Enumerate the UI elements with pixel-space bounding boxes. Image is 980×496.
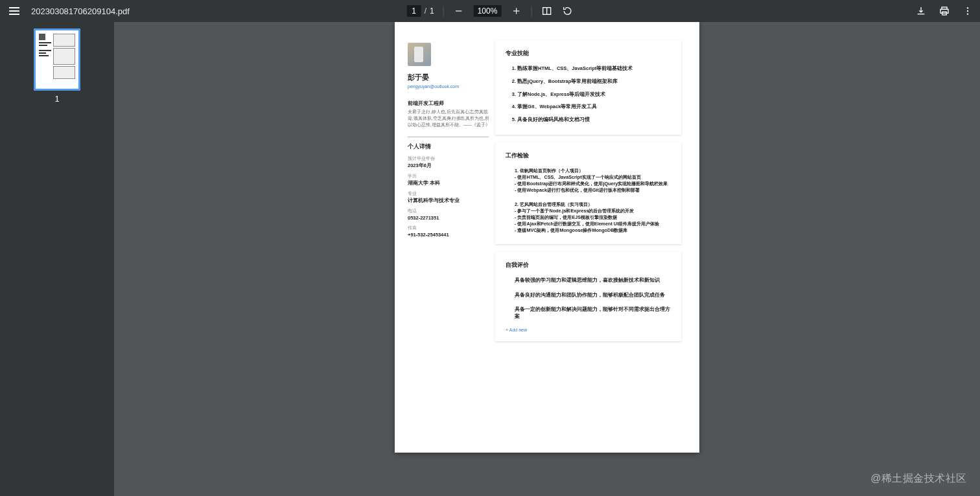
exp-line: - 使用HTML、CSS、JavaScript实现了一个响应式的网站首页 <box>515 174 671 181</box>
thumbnail-sidebar: 1 <box>0 22 114 496</box>
svg-point-11 <box>967 13 968 14</box>
major-label: 专业 <box>408 191 490 197</box>
major-value: 计算机科学与技术专业 <box>408 197 490 204</box>
zoom-in-button[interactable] <box>510 5 522 17</box>
svg-point-9 <box>967 7 968 8</box>
list-item: 具备一定的创新能力和解决问题能力，能够针对不同需求提出合理方案 <box>506 306 671 320</box>
exp-line: - 使用Bootstrap进行布局和样式美化，使用jQuery实现轮播图和导航栏… <box>515 181 671 187</box>
page-thumbnail[interactable] <box>34 28 80 91</box>
svg-point-10 <box>967 10 968 12</box>
download-button[interactable] <box>915 5 927 17</box>
resume-name: 彭于晏 <box>408 73 490 82</box>
job-title: 前端开发工程师 <box>408 100 490 107</box>
svg-rect-7 <box>940 9 948 13</box>
divider <box>443 6 444 16</box>
exp-line: - 参与了一个基于Node.js和Express的后台管理系统的开发 <box>515 208 671 214</box>
fit-page-button[interactable] <box>541 5 552 17</box>
list-item: 了解Node.js、Express等后端开发技术 <box>517 91 671 98</box>
fax-label: 传真 <box>408 225 490 231</box>
grad-label: 预计毕业年份 <box>408 156 490 162</box>
page-total: 1 <box>430 6 434 16</box>
pdf-toolbar: 20230308170620​9104.pdf / 1 100% <box>0 0 980 22</box>
grad-value: 2023年6月 <box>408 163 490 169</box>
list-item: 具备良好的编码风格和文档习惯 <box>517 117 671 123</box>
list-item: 具备良好的沟通能力和团队协作能力，能够积极配合团队完成任务 <box>506 292 671 299</box>
experience-card: 工作检验 1. 依帆网站首页制作（个人项目） - 使用HTML、CSS、Java… <box>495 142 681 245</box>
resume-email: pengyuyan@outlook.com <box>408 84 490 89</box>
menu-icon[interactable] <box>6 5 22 17</box>
divider <box>531 6 531 16</box>
list-item: 熟悉jQuery、Bootstrap等常用前端框架和库 <box>517 78 671 85</box>
exp-title: 工作检验 <box>506 152 671 160</box>
avatar <box>408 43 431 66</box>
phone-label: 电话 <box>408 209 490 214</box>
list-item: 熟练掌握HTML、CSS、JavaScript等前端基础技术 <box>517 65 671 72</box>
svg-rect-5 <box>918 14 925 14</box>
svg-rect-0 <box>456 10 461 11</box>
zoom-level[interactable]: 100% <box>474 5 502 17</box>
svg-rect-2 <box>516 8 517 14</box>
list-item: 具备较强的学习能力和逻辑思维能力，喜欢接触新技术和新知识 <box>506 277 671 284</box>
evaluation-card: 自我评价 具备较强的学习能力和逻辑思维能力，喜欢接触新技术和新知识 具备良好的沟… <box>495 252 681 341</box>
exp-item-title: 2. 艺风网站后台管理系统（实习项目） <box>515 201 671 208</box>
more-menu-button[interactable] <box>962 5 974 17</box>
motto: 夫君子之行,静人也,后先百其心志,劳其筋骨,饿其体肤,空乏其身,行拂乱其所为也,… <box>408 109 490 128</box>
school-label: 学历 <box>408 174 490 179</box>
svg-rect-4 <box>546 8 547 15</box>
details-title: 个人详情 <box>408 142 490 151</box>
pdf-page: 彭于晏 pengyuyan@outlook.com 前端开发工程师 夫君子之行,… <box>395 22 699 453</box>
exp-line: - 使用Ajax和Fetch进行数据交互，使用Element UI组件库提升用户… <box>515 221 671 227</box>
exp-line: - 遵循MVC架构，使用Mongoose操作MongoDB数据库 <box>515 227 671 234</box>
page-nav-group: / 1 <box>407 5 434 17</box>
thumb-page-number: 1 <box>55 95 60 104</box>
page-input[interactable] <box>407 5 421 17</box>
eval-title: 自我评价 <box>506 261 671 269</box>
add-new-button[interactable]: + Add new <box>506 328 671 332</box>
fax-value: +91-532-25453441 <box>408 232 490 238</box>
phone-value: 0532-2271351 <box>408 215 490 221</box>
zoom-out-button[interactable] <box>453 5 465 17</box>
filename: 20230308170620​9104.pdf <box>31 6 130 16</box>
skills-card: 专业技能 熟练掌握HTML、CSS、JavaScript等前端基础技术 熟悉jQ… <box>495 40 681 135</box>
print-button[interactable] <box>939 5 950 17</box>
watermark: @稀土掘金技术社区 <box>870 472 967 486</box>
list-item: 掌握Git、Webpack等常用开发工具 <box>517 104 671 110</box>
exp-line: - 使用Webpack进行打包和优化，使用Git进行版本控制和部署 <box>515 187 671 194</box>
rotate-button[interactable] <box>561 5 573 17</box>
pdf-viewport[interactable]: 彭于晏 pengyuyan@outlook.com 前端开发工程师 夫君子之行,… <box>114 22 980 496</box>
exp-line: - 负责前端页面的编写，使用EJS模板引擎渲染数据 <box>515 214 671 221</box>
skills-title: 专业技能 <box>506 49 671 58</box>
school-value: 湖南大学 本科 <box>408 180 490 186</box>
exp-item-title: 1. 依帆网站首页制作（个人项目） <box>515 168 671 174</box>
